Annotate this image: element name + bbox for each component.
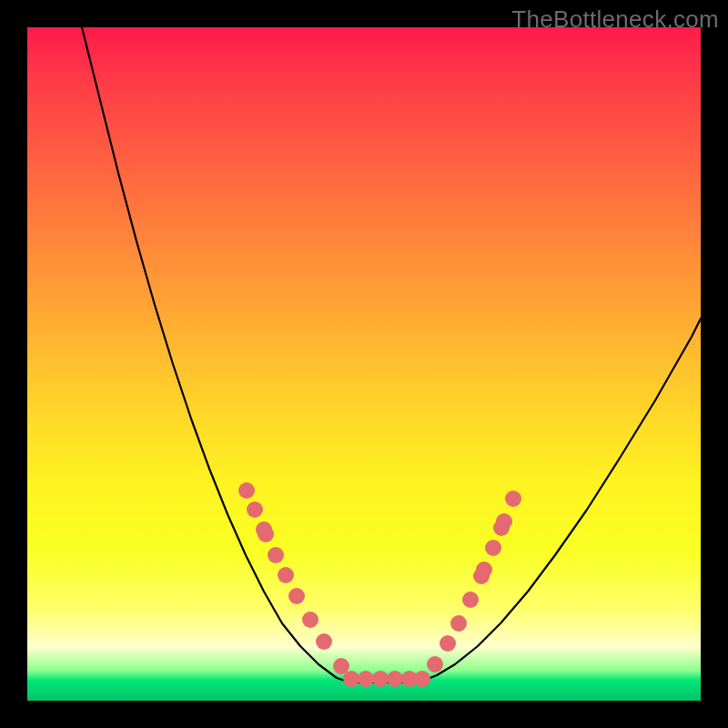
- chart-svg: [27, 27, 701, 701]
- bottleneck-curve: [82, 27, 701, 682]
- marker-dot: [358, 671, 374, 687]
- marker-dot: [414, 671, 430, 687]
- marker-dot: [440, 635, 456, 652]
- marker-dot: [288, 588, 305, 604]
- marker-dot: [268, 547, 284, 563]
- marker-dot: [476, 561, 492, 578]
- marker-dot: [450, 615, 467, 632]
- marker-dot: [496, 513, 512, 530]
- markers-group: [238, 482, 521, 687]
- marker-dot: [485, 540, 501, 556]
- marker-dot: [258, 526, 274, 542]
- marker-dot: [343, 671, 359, 687]
- marker-dot: [505, 490, 521, 507]
- curve-group: [82, 27, 701, 682]
- gradient-plot-area: [27, 27, 701, 701]
- marker-dot: [427, 656, 443, 672]
- chart-frame: TheBottleneck.com: [0, 0, 728, 728]
- marker-dot: [247, 501, 263, 518]
- marker-dot: [462, 592, 479, 608]
- marker-dot: [372, 671, 389, 687]
- marker-dot: [387, 671, 403, 687]
- marker-dot: [238, 482, 255, 499]
- marker-dot: [302, 612, 318, 628]
- marker-dot: [333, 658, 349, 674]
- marker-dot: [278, 567, 294, 583]
- marker-dot: [316, 633, 332, 650]
